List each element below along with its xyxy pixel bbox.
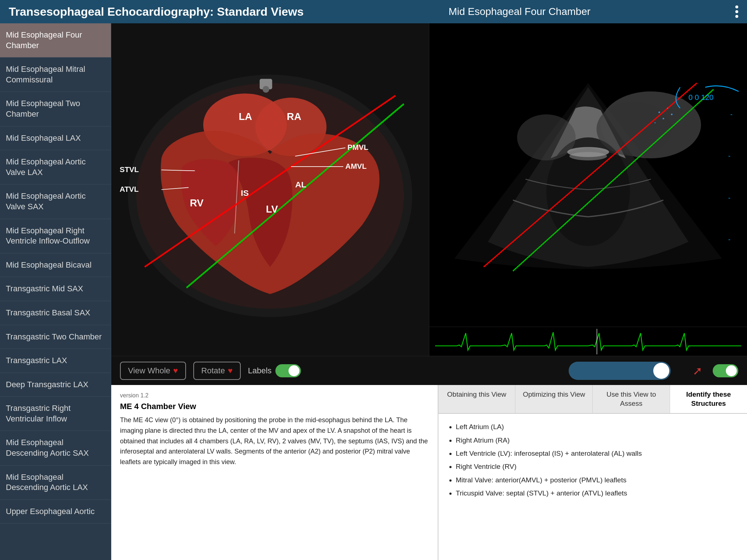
labels-toggle[interactable]: [275, 364, 301, 377]
view-whole-button[interactable]: View Whole ♥: [120, 362, 186, 380]
controls-bar: View Whole ♥ Rotate ♥ Labels ➚: [111, 356, 747, 385]
svg-point-19: [569, 152, 607, 160]
structure-item: Tricuspid Valve: septal (STVL) + anterio…: [456, 487, 739, 499]
bottom-area: version 1.2 ME 4 Chamber View The ME 4C …: [111, 385, 747, 560]
structure-item: Mitral Valve: anterior(AMVL) + posterior…: [456, 474, 739, 486]
sidebar-item-tg-lax[interactable]: Transgastric LAX: [0, 349, 111, 373]
text-panel-body: The ME 4C view (0°) is obtained by posit…: [120, 415, 429, 467]
labels-label: Labels: [248, 366, 272, 376]
svg-point-16: [596, 102, 671, 156]
rotate-button[interactable]: Rotate ♥: [193, 362, 241, 380]
version-text: version 1.2: [120, 392, 429, 399]
app-header: Transesophageal Echocardiography: Standa…: [0, 0, 747, 23]
ultrasound-panel: - - - - 0 0 120: [429, 23, 747, 356]
pmvl-label: PMVL: [348, 143, 368, 151]
svg-point-27: [658, 112, 660, 113]
info-tabs: Obtaining this ViewOptimizing this ViewU…: [438, 385, 747, 414]
structure-item: Left Atrium (LA): [456, 421, 739, 433]
sidebar-item-me-two-chamber[interactable]: Mid Esophageal Two Chamber: [0, 92, 111, 126]
ra-label: RA: [287, 111, 301, 122]
heart-diagram: LA RA RV LV IS AL STVL ATVL PMV: [111, 23, 429, 356]
amvl-label: AMVL: [345, 162, 367, 170]
view-whole-label: View Whole: [128, 366, 170, 376]
sidebar-item-me-rv-inflow[interactable]: Mid Esophageal Right Ventricle Inflow-Ou…: [0, 219, 111, 253]
svg-point-12: [263, 86, 269, 93]
svg-text:-: -: [728, 194, 730, 202]
ecg-svg: [435, 329, 741, 354]
stvl-label: STVL: [120, 165, 139, 174]
current-view-title: Mid Esophageal Four Chamber: [449, 6, 591, 18]
text-panel: version 1.2 ME 4 Chamber View The ME 4C …: [111, 385, 438, 560]
sidebar-item-me-desc-lax[interactable]: Mid Esophageal Descending Aortic LAX: [0, 466, 111, 500]
sidebar-item-me-four-chamber[interactable]: Mid Esophageal Four Chamber: [0, 23, 111, 58]
rotate-label: Rotate: [201, 366, 225, 376]
sidebar-item-tg-rv-inflow[interactable]: Transgastric Right Ventricular Inflow: [0, 397, 111, 431]
sidebar-item-tg-mid-sax[interactable]: Transgastric Mid SAX: [0, 277, 111, 301]
la-label: LA: [239, 111, 252, 122]
svg-text:0  0  120: 0 0 120: [689, 93, 714, 101]
sidebar-item-deep-tg-lax[interactable]: Deep Transgastric LAX: [0, 373, 111, 397]
al-label: AL: [295, 180, 306, 189]
sidebar-item-me-mitral-commissural[interactable]: Mid Esophageal Mitral Commissural: [0, 58, 111, 92]
red-chevron-icon: ➚: [693, 364, 703, 378]
lv-label: LV: [266, 203, 278, 215]
main-layout: Mid Esophageal Four ChamberMid Esophagea…: [0, 23, 747, 560]
visuals-area: LA RA RV LV IS AL STVL ATVL PMV: [111, 23, 747, 356]
svg-point-28: [662, 118, 664, 120]
svg-point-29: [654, 122, 655, 123]
sidebar-item-tg-basal-sax[interactable]: Transgastric Basal SAX: [0, 301, 111, 325]
heart-svg: LA RA RV LV IS AL STVL ATVL PMV: [111, 23, 429, 356]
app-title: Transesophageal Echocardiography: Standa…: [9, 5, 304, 19]
info-tab-optimizing[interactable]: Optimizing this View: [515, 385, 593, 413]
sidebar-item-ue-aortic[interactable]: Upper Esophageal Aortic: [0, 500, 111, 524]
info-tab-identify[interactable]: Identify these Structures: [670, 385, 747, 413]
ultrasound-mode-toggle[interactable]: [569, 362, 671, 380]
svg-text:-: -: [728, 152, 730, 160]
sidebar-item-me-lax[interactable]: Mid Esophageal LAX: [0, 127, 111, 151]
right-toggle[interactable]: [713, 364, 738, 377]
structures-list: Left Atrium (LA)Right Atrium (RA)Left Ve…: [447, 421, 739, 499]
atvl-label: ATVL: [120, 185, 139, 193]
ecg-strip: [429, 327, 747, 356]
sidebar-item-tg-two-chamber[interactable]: Transgastric Two Chamber: [0, 325, 111, 349]
more-menu-button[interactable]: [735, 5, 738, 18]
is-label: IS: [241, 188, 249, 198]
info-content: Left Atrium (LA)Right Atrium (RA)Left Ve…: [438, 414, 747, 560]
sidebar-item-me-aortic-sax[interactable]: Mid Esophageal Aortic Valve SAX: [0, 184, 111, 219]
sidebar-item-me-bicaval[interactable]: Mid Esophageal Bicaval: [0, 253, 111, 277]
right-panel: LA RA RV LV IS AL STVL ATVL PMV: [111, 23, 747, 560]
rv-label: RV: [190, 197, 204, 209]
sidebar: Mid Esophageal Four ChamberMid Esophagea…: [0, 23, 111, 560]
info-tab-obtaining[interactable]: Obtaining this View: [438, 385, 516, 413]
info-tab-use-assess[interactable]: Use this View to Assess: [593, 385, 670, 413]
sidebar-item-me-aortic-lax[interactable]: Mid Esophageal Aortic Valve LAX: [0, 150, 111, 184]
structure-item: Left Ventricle (LV): inferoseptal (IS) +…: [456, 448, 739, 459]
svg-point-30: [667, 108, 668, 109]
svg-rect-32: [435, 329, 741, 354]
labels-toggle-container: Labels: [248, 364, 301, 377]
ultrasound-svg: - - - - 0 0 120: [429, 23, 747, 327]
toggle-knob: [653, 363, 669, 379]
info-panel: Obtaining this ViewOptimizing this ViewU…: [438, 385, 747, 560]
sidebar-item-me-desc-sax[interactable]: Mid Esophageal Descending Aortic SAX: [0, 431, 111, 465]
svg-point-17: [517, 114, 576, 160]
svg-point-31: [671, 114, 673, 116]
svg-text:-: -: [730, 110, 732, 118]
ultrasound-main: - - - - 0 0 120: [429, 23, 747, 327]
structure-item: Right Atrium (RA): [456, 435, 739, 446]
rotate-icon: ♥: [228, 366, 233, 376]
structure-item: Right Ventricle (RV): [456, 461, 739, 472]
text-panel-title: ME 4 Chamber View: [120, 402, 429, 411]
svg-text:-: -: [728, 236, 730, 243]
heart-icon: ♥: [173, 366, 178, 376]
